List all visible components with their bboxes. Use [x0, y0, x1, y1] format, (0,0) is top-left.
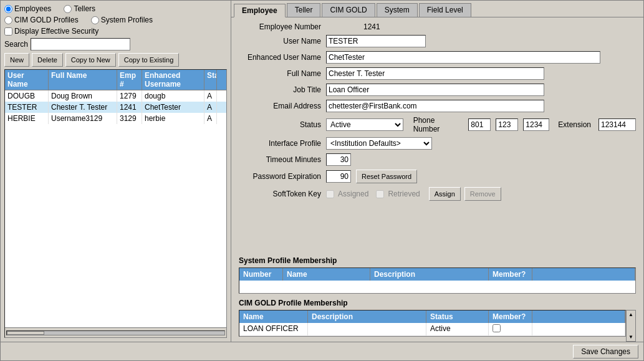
tab-field-level[interactable]: Field Level	[419, 3, 471, 17]
interface-profile-select[interactable]: <Institution Defaults>	[326, 137, 432, 150]
cimgold-grid-wrapper: Name Description Status Member? LOAN OFF…	[239, 310, 636, 342]
save-changes-button[interactable]: Save Changes	[573, 345, 638, 359]
user-name-input[interactable]	[326, 35, 426, 47]
reset-password-button[interactable]: Reset Password	[356, 170, 417, 183]
row-fullname: Doug Brown	[49, 90, 117, 102]
scroll-down-icon[interactable]: ▼	[627, 333, 635, 341]
full-name-input[interactable]	[326, 67, 544, 80]
copy-to-existing-button[interactable]: Copy to Existing	[118, 53, 179, 67]
right-panel: Employee Teller CIM GOLD System Field Le…	[231, 1, 643, 342]
employees-radio-label[interactable]: Employees	[4, 4, 51, 13]
system-profile-grid: Number Name Description Member?	[239, 267, 636, 294]
phone-line-input[interactable]	[523, 118, 549, 131]
enhanced-user-name-input[interactable]	[326, 51, 600, 64]
scrollbar-track[interactable]	[6, 330, 225, 335]
copy-to-new-button[interactable]: Copy to New	[65, 53, 116, 67]
search-input[interactable]	[31, 38, 130, 51]
enhanced-user-name-value	[326, 51, 636, 64]
assigned-label: Assigned	[338, 190, 368, 198]
employees-radio[interactable]	[4, 5, 12, 13]
interface-profile-label: Interface Profile	[239, 139, 326, 148]
cimgold-radio[interactable]	[4, 16, 12, 24]
user-name-value	[326, 35, 636, 47]
cimgold-profile-body: LOAN OFFICER Active	[239, 323, 625, 336]
cg-col-name: Name	[239, 310, 308, 323]
cg-member-checkbox[interactable]	[493, 324, 501, 332]
cg-row-status: Active	[426, 323, 489, 335]
interface-profile-row: Interface Profile <Institution Defaults>	[239, 137, 636, 150]
row-stat: A	[204, 102, 217, 113]
job-title-input[interactable]	[326, 84, 544, 96]
bottom-bar: Save Changes	[1, 342, 643, 360]
email-address-label: Email Address	[239, 102, 326, 110]
retrieved-label: Retrieved	[388, 190, 420, 198]
tellers-label: Tellers	[74, 4, 95, 13]
delete-button[interactable]: Delete	[32, 53, 63, 67]
remove-button[interactable]: Remove	[464, 187, 501, 201]
employee-number-value: 1241	[326, 22, 636, 31]
security-checkbox[interactable]	[4, 27, 12, 36]
new-button[interactable]: New	[4, 53, 29, 67]
retrieved-checkbox[interactable]	[376, 190, 384, 198]
horizontal-scrollbar[interactable]	[5, 327, 226, 337]
row-username: HERBIE	[5, 113, 49, 124]
tab-cimgold[interactable]: CIM GOLD	[322, 3, 375, 17]
search-row: Search	[4, 38, 227, 51]
security-checkbox-label[interactable]: Display Effective Security	[4, 27, 227, 36]
tellers-radio[interactable]	[64, 5, 72, 13]
status-label: Status	[239, 120, 326, 129]
scroll-up-icon[interactable]: ▲	[627, 310, 635, 319]
row-enhanced: dougb	[142, 90, 204, 102]
phone-area-input[interactable]	[468, 118, 491, 131]
password-expiration-label: Password Expiration	[239, 172, 326, 181]
timeout-label: Timeout Minutes	[239, 155, 326, 164]
cg-row-extra	[532, 323, 625, 335]
job-title-label: Job Title	[239, 85, 326, 94]
sp-col-name: Name	[283, 268, 370, 281]
right-panel-inner: Employee Number 1241 User Name Enhanced …	[231, 17, 643, 342]
assign-button[interactable]: Assign	[429, 187, 461, 201]
assigned-checkbox[interactable]	[326, 190, 334, 198]
phone-number-label: Phone Number	[413, 116, 461, 133]
password-expiration-row: Password Expiration Reset Password	[239, 170, 636, 183]
soft-token-label: SoftToken Key	[239, 190, 326, 198]
search-label: Search	[4, 40, 28, 49]
cg-col-desc: Description	[308, 310, 426, 323]
tab-teller[interactable]: Teller	[287, 3, 321, 17]
enhanced-user-name-label: Enhanced User Name	[239, 53, 326, 62]
security-checkbox-row: Display Effective Security	[4, 27, 227, 36]
password-expiration-input[interactable]	[326, 170, 351, 183]
cimgold-profile-title: CIM GOLD Profile Membership	[239, 299, 636, 307]
list-item[interactable]: HERBIE Username3129 3129 herbie A	[5, 113, 226, 124]
status-select[interactable]: Active Inactive	[326, 118, 403, 131]
tab-system[interactable]: System	[377, 3, 418, 17]
col-header-emp: Emp #	[117, 70, 142, 90]
email-address-input[interactable]	[326, 100, 544, 112]
list-header: User Name Full Name Emp # Enhanced Usern…	[5, 70, 226, 90]
scrollbar-thumb[interactable]	[7, 331, 44, 335]
row-emp: 1279	[117, 90, 142, 102]
cimgold-profile-header: Name Description Status Member?	[239, 310, 625, 323]
cimgold-scrollbar[interactable]: ▲ ▼	[626, 310, 636, 342]
tellers-radio-label[interactable]: Tellers	[64, 4, 95, 13]
cimgold-profile-row[interactable]: LOAN OFFICER Active	[239, 323, 625, 336]
row-stat: A	[204, 113, 217, 124]
row-username: TESTER	[5, 102, 49, 113]
list-item[interactable]: DOUGB Doug Brown 1279 dougb A	[5, 90, 226, 102]
phone-prefix-input[interactable]	[496, 118, 518, 131]
full-name-label: Full Name	[239, 69, 326, 78]
employee-number-static: 1241	[326, 22, 380, 31]
extension-input[interactable]	[598, 118, 636, 131]
system-radio-label[interactable]: System Profiles	[91, 16, 153, 24]
row-emp: 1241	[117, 102, 142, 113]
tab-employee[interactable]: Employee	[234, 4, 286, 17]
cimgold-profile-grid: Name Description Status Member? LOAN OFF…	[239, 310, 626, 337]
col-header-fullname: Full Name	[49, 70, 117, 90]
timeout-row: Timeout Minutes	[239, 153, 636, 166]
timeout-input[interactable]	[326, 153, 351, 166]
cimgold-radio-label[interactable]: CIM GOLD Profiles	[4, 16, 79, 24]
system-radio[interactable]	[91, 16, 99, 24]
cg-col-status: Status	[426, 310, 489, 323]
row-emp: 3129	[117, 113, 142, 124]
list-item[interactable]: TESTER Chester T. Tester 1241 ChetTester…	[5, 102, 226, 113]
